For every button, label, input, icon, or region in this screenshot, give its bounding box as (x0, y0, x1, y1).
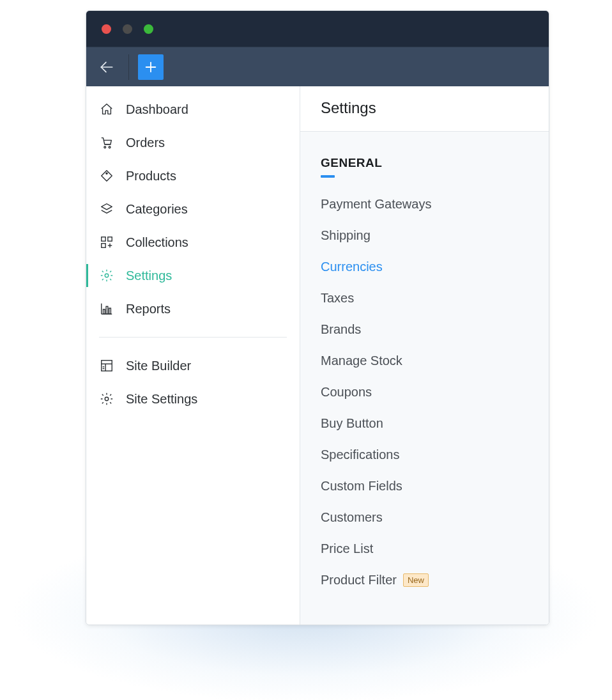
sidebar-item-reports[interactable]: Reports (86, 292, 300, 325)
settings-item-label: Coupons (321, 385, 372, 400)
svg-rect-17 (102, 361, 112, 371)
svg-rect-14 (103, 309, 105, 314)
settings-item-custom-fields[interactable]: Custom Fields (321, 479, 528, 494)
sidebar-item-label: Categories (126, 202, 188, 217)
home-icon (99, 102, 114, 117)
titlebar (86, 11, 549, 47)
gear-icon (99, 268, 114, 283)
settings-item-label: Custom Fields (321, 479, 402, 494)
settings-item-product-filter[interactable]: Product Filter New (321, 573, 528, 587)
new-badge: New (403, 573, 429, 587)
settings-item-currencies[interactable]: Currencies (321, 260, 528, 274)
sidebar-item-label: Reports (126, 302, 171, 316)
settings-item-label: Buy Button (321, 416, 383, 431)
grid-plus-icon (99, 235, 114, 250)
svg-rect-6 (102, 237, 105, 241)
sidebar-item-orders[interactable]: Orders (86, 126, 300, 159)
tag-icon (99, 168, 114, 183)
sidebar-item-label: Site Builder (126, 359, 191, 373)
settings-list: Payment Gateways Shipping Currencies Tax… (321, 197, 528, 587)
minimize-window-icon[interactable] (123, 24, 132, 34)
settings-item-label: Taxes (321, 291, 354, 306)
back-button[interactable] (94, 54, 119, 80)
settings-item-manage-stock[interactable]: Manage Stock (321, 354, 528, 368)
settings-item-label: Customers (321, 510, 383, 525)
sidebar-item-label: Dashboard (126, 102, 188, 117)
svg-rect-8 (102, 244, 105, 247)
settings-item-label: Currencies (321, 260, 383, 274)
settings-item-taxes[interactable]: Taxes (321, 291, 528, 306)
close-window-icon[interactable] (102, 24, 111, 34)
settings-item-specifications[interactable]: Specifications (321, 447, 528, 462)
svg-point-3 (104, 146, 106, 148)
settings-item-label: Brands (321, 322, 361, 337)
settings-item-label: Product Filter (321, 573, 397, 587)
sidebar-item-site-settings[interactable]: Site Settings (86, 382, 300, 416)
sidebar-item-dashboard[interactable]: Dashboard (86, 93, 300, 126)
settings-item-label: Manage Stock (321, 354, 402, 368)
section-title: GENERAL (321, 156, 528, 170)
cart-icon (99, 135, 114, 150)
layers-icon (99, 201, 114, 217)
app-window: Dashboard Orders Products Categories (86, 10, 549, 625)
sidebar-item-collections[interactable]: Collections (86, 226, 300, 259)
sidebar-item-label: Orders (126, 136, 165, 150)
sidebar-item-products[interactable]: Products (86, 159, 300, 192)
sidebar-divider (99, 337, 287, 338)
maximize-window-icon[interactable] (144, 24, 153, 34)
main-panel: Settings GENERAL Payment Gateways Shippi… (300, 86, 549, 625)
settings-item-buy-button[interactable]: Buy Button (321, 416, 528, 431)
settings-item-price-list[interactable]: Price List (321, 541, 528, 556)
sidebar-item-label: Site Settings (126, 392, 197, 407)
sidebar-item-label: Products (126, 169, 176, 183)
app-body: Dashboard Orders Products Categories (86, 86, 549, 625)
svg-rect-7 (108, 237, 112, 241)
settings-item-label: Payment Gateways (321, 197, 431, 212)
settings-item-shipping[interactable]: Shipping (321, 228, 528, 243)
settings-item-customers[interactable]: Customers (321, 510, 528, 525)
gear-icon (99, 391, 114, 407)
settings-item-coupons[interactable]: Coupons (321, 385, 528, 400)
settings-item-label: Shipping (321, 228, 371, 243)
bar-chart-icon (99, 301, 114, 316)
svg-point-4 (109, 146, 111, 148)
svg-point-11 (105, 274, 109, 277)
settings-item-payment-gateways[interactable]: Payment Gateways (321, 197, 528, 212)
plus-icon (144, 60, 158, 74)
layout-icon (99, 358, 114, 373)
settings-item-brands[interactable]: Brands (321, 322, 528, 337)
svg-rect-15 (106, 306, 108, 314)
svg-point-22 (105, 397, 109, 401)
section-underline (321, 175, 335, 178)
toolbar (86, 47, 549, 86)
svg-rect-16 (109, 308, 111, 314)
sidebar-item-settings[interactable]: Settings (86, 259, 300, 292)
sidebar-item-site-builder[interactable]: Site Builder (86, 349, 300, 382)
page-title: Settings (321, 99, 528, 117)
settings-item-label: Specifications (321, 447, 399, 462)
arrow-left-icon (98, 59, 115, 75)
sidebar: Dashboard Orders Products Categories (86, 86, 300, 625)
toolbar-divider (128, 54, 129, 80)
sidebar-item-categories[interactable]: Categories (86, 192, 300, 226)
svg-point-5 (106, 173, 107, 174)
add-button[interactable] (138, 54, 164, 80)
sidebar-item-label: Collections (126, 235, 188, 250)
main-header: Settings (300, 86, 549, 132)
sidebar-item-label: Settings (126, 268, 172, 283)
main-body: GENERAL Payment Gateways Shipping Curren… (300, 132, 549, 625)
settings-item-label: Price List (321, 541, 373, 556)
